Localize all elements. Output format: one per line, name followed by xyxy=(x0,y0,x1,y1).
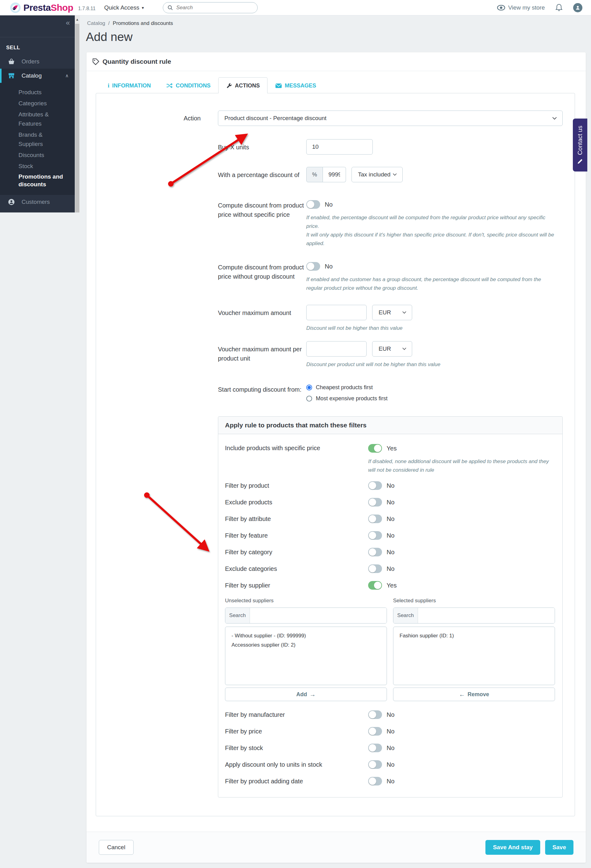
apply-discount-units-in-stock-toggle[interactable] xyxy=(368,760,382,769)
tabs-bar: i INFORMATION CONDITIONS ACTIONS xyxy=(100,77,575,93)
sidebar-item-attributes-features[interactable]: Attributes & Features xyxy=(18,110,68,128)
search-input[interactable] xyxy=(176,4,247,11)
sidebar-item-discounts[interactable]: Discounts xyxy=(18,151,68,160)
remove-supplier-button[interactable]: ← Remove xyxy=(393,688,555,701)
list-item[interactable]: - Without supplier - (ID: 999999) xyxy=(225,631,387,641)
card-body: i INFORMATION CONDITIONS ACTIONS xyxy=(87,71,586,832)
prestashop-logo[interactable]: PrestaShop 1.7.8.11 xyxy=(10,2,96,13)
save-and-stay-button[interactable]: Save And stay xyxy=(485,840,540,855)
percentage-value-input[interactable] xyxy=(323,167,346,182)
buy-x-units-input[interactable] xyxy=(306,139,373,155)
list-item[interactable]: Accessories supplier (ID: 2) xyxy=(225,641,387,650)
filter-by-attribute-row: Filter by attribute No xyxy=(225,515,555,523)
global-search[interactable] xyxy=(163,2,258,13)
tab-messages[interactable]: MESSAGES xyxy=(267,77,324,93)
filter-by-product-toggle[interactable] xyxy=(368,481,382,490)
voucher-max-unit-label: Voucher maximum amount per product unit xyxy=(218,341,306,369)
compute-specific-state: No xyxy=(325,201,333,208)
selected-suppliers-search: Search xyxy=(393,608,555,623)
buy-x-units-row: Buy X units xyxy=(218,139,563,155)
selected-suppliers-search-input[interactable] xyxy=(418,608,555,623)
account-avatar[interactable] xyxy=(573,3,582,12)
user-icon xyxy=(575,5,581,10)
filter-by-manufacturer-toggle[interactable] xyxy=(368,710,382,719)
sidebar-item-orders[interactable]: Orders xyxy=(0,55,75,69)
compute-specific-label: Compute discount from product price with… xyxy=(218,200,306,248)
sidebar-scrollbar[interactable]: ▲ xyxy=(75,15,80,213)
sidebar-item-promotions-discounts[interactable]: Promotions and discounts xyxy=(18,173,68,188)
exclude-products-toggle[interactable] xyxy=(368,498,382,506)
start-computing-row: Start computing discount from: Cheapest … xyxy=(218,384,563,406)
prestashop-admin-page: { "header": { "brand_presta": "Presta", … xyxy=(0,0,591,868)
scrollbar-thumb[interactable] xyxy=(75,24,80,213)
quick-access-menu[interactable]: Quick Access ▾ xyxy=(104,4,144,11)
notifications-bell-icon[interactable] xyxy=(555,4,563,12)
sidebar-item-catalog[interactable]: Catalog ∧ xyxy=(0,69,75,83)
arrow-right-icon: → xyxy=(310,691,316,698)
unselected-suppliers-search: Search xyxy=(225,608,387,623)
cancel-button[interactable]: Cancel xyxy=(99,840,134,855)
sidebar-item-products[interactable]: Products xyxy=(18,88,68,97)
percentage-discount-row: With a percentage discount of % Tax incl… xyxy=(218,167,563,182)
voucher-max-unit-input[interactable] xyxy=(306,341,367,357)
filter-by-price-toggle[interactable] xyxy=(368,727,382,736)
filter-by-category-toggle[interactable] xyxy=(368,548,382,557)
include-specific-price-toggle[interactable] xyxy=(368,444,382,453)
filter-by-adding-date-toggle[interactable] xyxy=(368,777,382,785)
sidebar-item-stock[interactable]: Stock xyxy=(18,162,68,171)
breadcrumb: Catalog / Promotions and discounts xyxy=(87,20,591,27)
include-specific-price-label: Include products with specific price xyxy=(225,444,368,452)
unselected-suppliers-list[interactable]: - Without supplier - (ID: 999999) Access… xyxy=(225,627,387,685)
tab-information[interactable]: i INFORMATION xyxy=(100,77,159,93)
sidebar-item-brands-suppliers[interactable]: Brands & Suppliers xyxy=(18,130,68,149)
voucher-max-help: Discount will not be higher than this va… xyxy=(306,324,559,332)
tab-actions[interactable]: ACTIONS xyxy=(218,77,267,93)
top-bar: PrestaShop 1.7.8.11 Quick Access ▾ View … xyxy=(0,0,591,15)
info-icon: i xyxy=(108,82,109,89)
compute-specific-toggle[interactable] xyxy=(306,200,320,209)
radio-cheapest-first[interactable]: Cheapest products first xyxy=(306,384,563,391)
voucher-max-unit-currency-select[interactable]: EUR xyxy=(372,341,412,357)
card-title: Quantity discount rule xyxy=(103,58,171,65)
include-specific-price-state: Yes xyxy=(387,445,397,452)
apply-rule-panel-body: Include products with specific price Yes… xyxy=(218,434,562,797)
sidebar-collapse-icon[interactable]: « xyxy=(66,18,70,27)
sidebar-item-customers[interactable]: Customers xyxy=(0,195,75,209)
exclude-categories-toggle[interactable] xyxy=(368,564,382,573)
card-footer: Cancel Save And stay Save xyxy=(87,832,586,863)
selected-suppliers-list[interactable]: Fashion supplier (ID: 1) xyxy=(393,627,555,685)
store-icon xyxy=(8,73,15,79)
pencil-icon xyxy=(578,159,583,164)
save-button[interactable]: Save xyxy=(545,840,573,855)
voucher-max-input[interactable] xyxy=(306,305,367,320)
filter-by-supplier-toggle[interactable] xyxy=(368,581,382,590)
scrollbar-up-arrow[interactable]: ▲ xyxy=(75,15,80,24)
contact-us-label: Contact us xyxy=(576,125,584,155)
view-my-store-link[interactable]: View my store xyxy=(497,4,545,11)
voucher-max-currency-select[interactable]: EUR xyxy=(372,305,412,320)
sidebar-item-categories[interactable]: Categories xyxy=(18,99,68,108)
compute-group-toggle[interactable] xyxy=(306,262,320,271)
actions-form: Action Product discount - Percentage dis… xyxy=(96,93,575,816)
list-item[interactable]: Fashion supplier (ID: 1) xyxy=(394,631,555,641)
tag-icon xyxy=(93,59,99,65)
add-supplier-button[interactable]: Add → xyxy=(225,688,387,701)
subform: Buy X units With a percentage discount o… xyxy=(218,139,563,797)
voucher-max-unit-help: Discount per product unit will not be hi… xyxy=(306,360,559,369)
unselected-suppliers-search-input[interactable] xyxy=(250,608,387,623)
search-addon-label: Search xyxy=(394,608,418,623)
compute-group-help: If enabled and the customer has a group … xyxy=(306,275,559,292)
radio-most-expensive-first[interactable]: Most expensive products first xyxy=(306,396,563,402)
action-select[interactable]: Product discount - Percentage discount xyxy=(218,111,563,126)
filter-by-stock-toggle[interactable] xyxy=(368,744,382,752)
tax-select[interactable]: Tax included xyxy=(352,167,402,182)
tab-conditions[interactable]: CONDITIONS xyxy=(159,77,218,93)
breadcrumb-catalog[interactable]: Catalog xyxy=(87,20,105,27)
filter-by-feature-toggle[interactable] xyxy=(368,531,382,540)
search-addon-label: Search xyxy=(225,608,250,623)
arrow-left-icon: ← xyxy=(459,691,465,698)
contact-us-tab[interactable]: Contact us xyxy=(573,118,587,171)
filter-by-feature-row: Filter by feature No xyxy=(225,531,555,540)
voucher-max-unit-row: Voucher maximum amount per product unit … xyxy=(218,341,563,369)
filter-by-attribute-toggle[interactable] xyxy=(368,515,382,523)
